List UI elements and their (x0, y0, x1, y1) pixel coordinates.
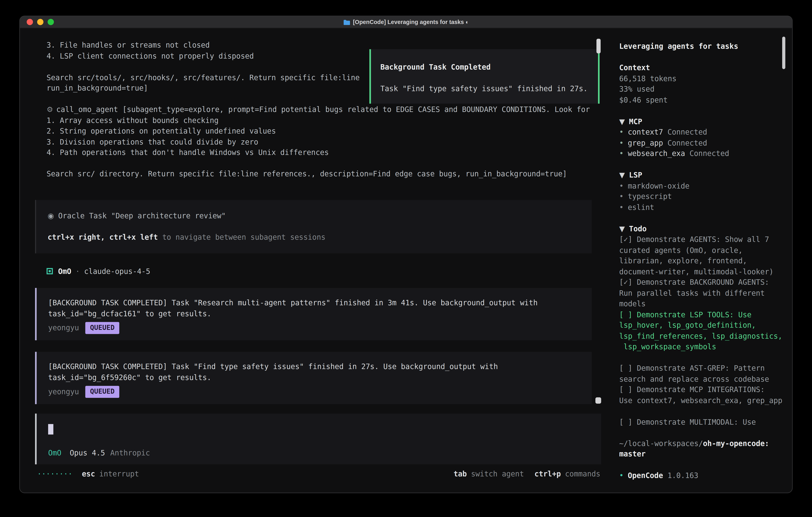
bullet-icon: • (619, 203, 624, 211)
text-cursor (48, 424, 53, 434)
todo-section-header[interactable]: ▼Todo (619, 223, 783, 234)
spinner-dots-icon: ········ (37, 468, 72, 479)
agent-name: OmO (58, 266, 71, 276)
chat-area: 3. File handles or streams not closed4. … (20, 28, 611, 493)
oracle-task-panel[interactable]: ◉Oracle Task "Deep architecture review" … (35, 200, 591, 253)
minimize-window-button[interactable] (37, 19, 44, 25)
sidebar: Leveraging agents for tasks Context 66,5… (611, 28, 792, 493)
context-used: 33% used (619, 84, 783, 94)
sidebar-scrollbar-thumb[interactable] (782, 36, 785, 69)
queued-message: [BACKGROUND TASK COMPLETED] Task "Find t… (35, 352, 591, 404)
input-status-line: OmO Opus 4.5 Anthropic (48, 447, 590, 458)
bullet-icon: • (619, 192, 624, 200)
ctrlp-key-hint: ctrl+p (534, 468, 561, 479)
notification-title: Background Task Completed (380, 62, 589, 73)
context-tokens: 66,518 tokens (619, 73, 783, 84)
bullet-icon: • (619, 181, 624, 190)
opencode-window: [OpenCode] Leveraging agents for tasks ◐… (19, 16, 793, 493)
queued-message-list: [BACKGROUND TASK COMPLETED] Task "Resear… (35, 288, 611, 404)
collapse-triangle-icon: ▼ (619, 224, 625, 233)
bullet-icon: • (619, 128, 624, 136)
tab-key-hint: tab (454, 468, 467, 479)
ctrlp-key-label: commands (565, 468, 601, 479)
notification-toast: Background Task Completed Task "Find typ… (370, 49, 600, 104)
lsp-item: •eslint (619, 202, 783, 213)
terminal-line: Search src/ directory. Return specific f… (35, 168, 611, 179)
mcp-item: •grep_app Connected (619, 137, 783, 148)
version-line: •OpenCode 1.0.163 (619, 470, 783, 481)
status-dot-icon: • (619, 471, 624, 480)
desktop: [OpenCode] Leveraging agents for tasks ◐… (0, 0, 812, 517)
lsp-section-header[interactable]: ▼LSP (619, 169, 783, 180)
terminal-line: 2. String operations on potentially unde… (35, 126, 611, 136)
lsp-item: •typescript (619, 191, 783, 202)
mcp-item: •websearch_exa Connected (619, 148, 783, 159)
context-spent: $0.46 spent (619, 94, 783, 105)
notification-body: Task "Find type safety issues" finished … (380, 83, 589, 94)
close-window-button[interactable] (27, 19, 33, 25)
queued-message: [BACKGROUND TASK COMPLETED] Task "Resear… (35, 288, 591, 340)
titlebar[interactable]: [OpenCode] Leveraging agents for tasks ◐ (20, 16, 792, 28)
todo-list: [✓] Demonstrate AGENTS: Show all 7 curat… (619, 234, 783, 427)
message-line: [BACKGROUND TASK COMPLETED] Task "Find t… (48, 361, 580, 372)
window-title: [OpenCode] Leveraging agents for tasks ◐ (343, 19, 469, 25)
queued-badge: QUEUED (85, 386, 119, 398)
bug-list: 1. Array access without bounds checking2… (35, 115, 611, 158)
session-title: Leveraging agents for tasks (619, 41, 783, 52)
message-line: task_id="bg_6f59260c" to get results. (48, 372, 580, 383)
tool-call-text: call_omo_agent [subagent_type=explore, p… (56, 105, 590, 113)
oracle-task-title: ◉Oracle Task "Deep architecture review" (48, 210, 591, 221)
mcp-list: •context7 Connected •grep_app Connected … (619, 127, 783, 159)
todo-item: [✓] Demonstrate BACKGROUND AGENTS: Run p… (619, 277, 783, 309)
todo-item: [ ] Demonstrate MCP INTEGRATIONS: Use co… (619, 384, 783, 406)
omo-agent-icon (47, 268, 53, 274)
bullet-icon: • (619, 139, 624, 147)
terminal-line: 3. Division operations that could divide… (35, 136, 611, 147)
window-title-text: [OpenCode] Leveraging agents for tasks ◐ (353, 19, 469, 25)
context-heading: Context (619, 62, 783, 73)
app-name: OpenCode (628, 471, 663, 480)
separator-dot: · (76, 266, 80, 276)
app-version: 1.0.163 (668, 471, 698, 480)
message-line: [BACKGROUND TASK COMPLETED] Task "Resear… (48, 297, 580, 308)
esc-key-label: interrupt (99, 468, 139, 479)
traffic-lights (27, 16, 54, 28)
zoom-window-button[interactable] (48, 19, 54, 25)
chat-scrollbar-thumb[interactable] (597, 39, 601, 53)
bullet-icon: • (619, 149, 624, 158)
prompt-input[interactable]: OmO Opus 4.5 Anthropic (35, 414, 601, 464)
oracle-session-icon: ◉ (48, 211, 54, 220)
workspace-branch: master (619, 448, 783, 459)
lsp-item: •markdown-oxide (619, 180, 783, 191)
agent-model: claude-opus-4-5 (84, 266, 150, 276)
input-agent-name: OmO (48, 447, 61, 458)
message-line: task_id="bg_dcfac161" to get results. (48, 308, 580, 319)
todo-item: [ ] Demonstrate MULTIMODAL: Use (619, 416, 783, 427)
status-bar: ········ esc interrupt tab switch agent … (37, 468, 601, 479)
active-agent-line: OmO · claude-opus-4-5 (35, 266, 611, 276)
terminal-line: 1. Array access without bounds checking (35, 115, 611, 126)
input-model-name: Opus 4.5 (70, 447, 105, 458)
collapse-triangle-icon: ▼ (619, 117, 625, 125)
todo-item: [ ] Demonstrate AST-GREP: Pattern search… (619, 363, 783, 384)
message-author: yeongyu (48, 386, 79, 397)
mcp-section-header[interactable]: ▼MCP (619, 116, 783, 127)
mcp-item: •context7 Connected (619, 127, 783, 138)
chat-scrollbar-thumb-bottom[interactable] (596, 397, 601, 404)
lsp-list: •markdown-oxide •typescript •eslint (619, 180, 783, 213)
collapse-triangle-icon: ▼ (619, 171, 625, 179)
message-author: yeongyu (48, 323, 79, 333)
terminal-line: 4. Path operations that don't handle Win… (35, 147, 611, 158)
terminal-line: 3. File handles or streams not closed (35, 40, 611, 51)
esc-key-hint: esc (82, 468, 95, 479)
workspace-path: ~/local-workspaces/oh-my-opencode: (619, 438, 783, 448)
gear-icon: ⚙ (47, 105, 53, 113)
queued-badge: QUEUED (85, 322, 119, 334)
subagent-navigation-hint: ctrl+x right, ctrl+x left to navigate be… (48, 232, 591, 243)
todo-item: [ ] Demonstrate LSP TOOLS: Use lsp_hover… (619, 309, 783, 352)
folder-icon (343, 19, 350, 25)
tab-key-label: switch agent (471, 468, 524, 479)
todo-item: [✓] Demonstrate AGENTS: Show all 7 curat… (619, 234, 783, 277)
input-provider-name: Anthropic (110, 447, 150, 458)
tool-call-line: ⚙call_omo_agent [subagent_type=explore, … (35, 104, 611, 115)
